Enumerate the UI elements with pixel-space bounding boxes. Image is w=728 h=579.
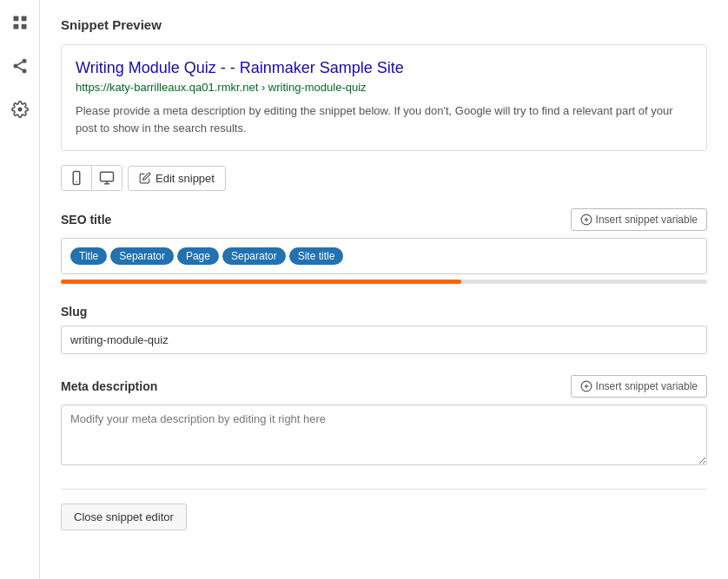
meta-description-header: Meta description Insert snippet variable (61, 375, 707, 398)
gear-icon[interactable] (6, 95, 34, 123)
slug-label: Slug (61, 305, 87, 319)
close-snippet-editor-button[interactable]: Close snippet editor (61, 503, 187, 530)
seo-title-token[interactable]: Title (70, 247, 107, 265)
mobile-preview-button[interactable] (62, 166, 92, 190)
insert-variable-label-meta: Insert snippet variable (596, 380, 698, 392)
svg-point-5 (13, 64, 17, 69)
svg-point-4 (22, 59, 26, 63)
svg-rect-11 (101, 172, 114, 181)
preview-url-arrow: › (261, 81, 265, 94)
seo-title-progress-bar (61, 280, 707, 284)
svg-line-7 (17, 67, 23, 69)
device-row: Edit snippet (61, 165, 707, 191)
meta-description-textarea[interactable] (61, 405, 707, 465)
seo-title-token-input[interactable]: TitleSeparatorPageSeparatorSite title (61, 238, 707, 274)
slug-section: Slug (61, 305, 707, 354)
preview-description: Please provide a meta description by edi… (76, 102, 692, 136)
seo-title-token[interactable]: Separator (110, 247, 174, 265)
svg-rect-3 (21, 24, 26, 30)
main-content: Snippet Preview Writing Module Quiz - - … (40, 0, 728, 579)
seo-title-token[interactable]: Site title (289, 247, 344, 265)
svg-line-8 (17, 62, 23, 64)
preview-url: https://katy-barrilleaux.qa01.rmkr.net ›… (76, 81, 692, 94)
slug-header: Slug (61, 305, 707, 319)
edit-snippet-button[interactable]: Edit snippet (128, 166, 226, 191)
snippet-preview-box: Writing Module Quiz - - Rainmaker Sample… (61, 44, 707, 151)
seo-title-progress-fill (61, 280, 461, 284)
preview-url-base: https://katy-barrilleaux.qa01.rmkr.net (76, 81, 258, 94)
share-icon[interactable] (6, 52, 34, 80)
preview-page-title[interactable]: Writing Module Quiz - - Rainmaker Sample… (76, 59, 692, 77)
meta-description-section: Meta description Insert snippet variable (61, 375, 707, 468)
seo-title-header: SEO title Insert snippet variable (61, 208, 707, 231)
insert-variable-label-seo: Insert snippet variable (596, 214, 698, 226)
seo-title-token[interactable]: Page (177, 247, 219, 265)
seo-title-label: SEO title (61, 213, 111, 227)
seo-title-section: SEO title Insert snippet variable TitleS… (61, 208, 707, 284)
svg-rect-0 (13, 16, 18, 22)
bottom-divider (61, 489, 707, 490)
snippet-preview-heading: Snippet Preview (61, 17, 707, 32)
meta-description-label: Meta description (61, 379, 157, 393)
preview-url-path: writing-module-quiz (268, 81, 367, 94)
insert-snippet-variable-button-seo[interactable]: Insert snippet variable (571, 208, 707, 231)
sidebar (0, 0, 40, 579)
slug-input[interactable] (61, 326, 707, 354)
seo-title-token[interactable]: Separator (222, 247, 286, 265)
desktop-preview-button[interactable] (92, 166, 122, 190)
svg-rect-1 (21, 16, 26, 22)
svg-point-6 (22, 69, 26, 73)
edit-snippet-label: Edit snippet (156, 172, 215, 185)
device-buttons (61, 165, 122, 191)
insert-snippet-variable-button-meta[interactable]: Insert snippet variable (571, 375, 707, 398)
grid-icon[interactable] (6, 9, 34, 36)
svg-rect-2 (13, 24, 18, 30)
